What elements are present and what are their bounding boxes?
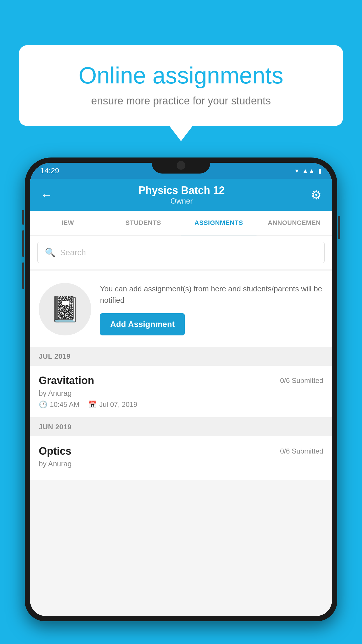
assignment-date-gravitation: 📅 Jul 07, 2019 (88, 400, 137, 409)
phone-container: 14:29 ▾ ▲▲ ▮ ← Physics Batch 12 Owner ⚙ … (25, 158, 337, 644)
tab-iew[interactable]: IEW (30, 211, 106, 235)
assignment-item-row1: Gravitation 0/6 Submitted (39, 374, 323, 387)
search-placeholder: Search (60, 248, 86, 257)
tab-students[interactable]: STUDENTS (106, 211, 181, 235)
phone-button-left-2 (22, 230, 24, 257)
clock-icon-gravitation: 🕐 (39, 400, 48, 409)
search-input-wrap[interactable]: 🔍 Search (37, 242, 325, 263)
assignment-item-optics-row1: Optics 0/6 Submitted (39, 445, 323, 457)
add-assignment-button[interactable]: Add Assignment (100, 313, 185, 335)
phone-button-right (338, 216, 340, 239)
assignment-item-gravitation[interactable]: Gravitation 0/6 Submitted by Anurag 🕐 10… (30, 366, 332, 418)
assignment-name-gravitation: Gravitation (39, 374, 94, 387)
search-icon: 🔍 (45, 247, 56, 258)
app-bar: ← Physics Batch 12 Owner ⚙ (30, 179, 332, 211)
date-value-gravitation: Jul 07, 2019 (99, 400, 137, 409)
add-assignment-description: You can add assignment(s) from here and … (100, 283, 323, 306)
assignment-name-optics: Optics (39, 445, 71, 457)
app-bar-title: Physics Batch 12 (138, 184, 225, 197)
back-button[interactable]: ← (40, 188, 52, 202)
section-header-jun-2019: JUN 2019 (30, 418, 332, 436)
status-icons: ▾ ▲▲ ▮ (295, 167, 322, 175)
phone-camera (177, 161, 185, 170)
assignment-notebook-icon: 📓 (50, 295, 80, 324)
assignment-meta-gravitation: 🕐 10:45 AM 📅 Jul 07, 2019 (39, 400, 323, 409)
add-assignment-card: 📓 You can add assignment(s) from here an… (30, 271, 332, 347)
signal-icon: ▲▲ (302, 167, 315, 175)
assignment-time-gravitation: 🕐 10:45 AM (39, 400, 79, 409)
status-time: 14:29 (40, 166, 59, 175)
phone-outer: 14:29 ▾ ▲▲ ▮ ← Physics Batch 12 Owner ⚙ … (25, 158, 337, 621)
phone-button-left-3 (22, 262, 24, 289)
add-assignment-right: You can add assignment(s) from here and … (100, 283, 323, 335)
tab-announcements[interactable]: ANNOUNCEMEN (256, 211, 332, 235)
phone-button-left-1 (22, 210, 24, 225)
assignment-submitted-optics: 0/6 Submitted (280, 447, 323, 455)
assignment-author-gravitation: by Anurag (39, 389, 323, 398)
time-value-gravitation: 10:45 AM (50, 400, 79, 409)
search-container: 🔍 Search (30, 236, 332, 269)
section-header-jul-2019: JUL 2019 (30, 347, 332, 366)
speech-bubble-container: Online assignments ensure more practice … (19, 45, 343, 126)
app-bar-subtitle: Owner (138, 197, 225, 206)
speech-bubble-title: Online assignments (39, 63, 323, 88)
phone-notch (152, 158, 210, 174)
wifi-icon: ▾ (295, 167, 298, 175)
assignment-icon-circle: 📓 (39, 283, 91, 335)
speech-bubble: Online assignments ensure more practice … (19, 45, 343, 126)
tab-assignments[interactable]: ASSIGNMENTS (181, 211, 256, 236)
calendar-icon-gravitation: 📅 (88, 400, 97, 409)
battery-icon: ▮ (318, 167, 322, 175)
speech-bubble-subtitle: ensure more practice for your students (39, 95, 323, 107)
assignment-item-optics[interactable]: Optics 0/6 Submitted by Anurag (30, 436, 332, 480)
assignment-submitted-gravitation: 0/6 Submitted (280, 377, 323, 385)
settings-icon[interactable]: ⚙ (311, 188, 322, 202)
app-bar-title-section: Physics Batch 12 Owner (138, 184, 225, 206)
phone-screen: 14:29 ▾ ▲▲ ▮ ← Physics Batch 12 Owner ⚙ … (30, 163, 332, 616)
assignment-author-optics: by Anurag (39, 460, 323, 468)
tabs-container: IEW STUDENTS ASSIGNMENTS ANNOUNCEMEN (30, 211, 332, 236)
